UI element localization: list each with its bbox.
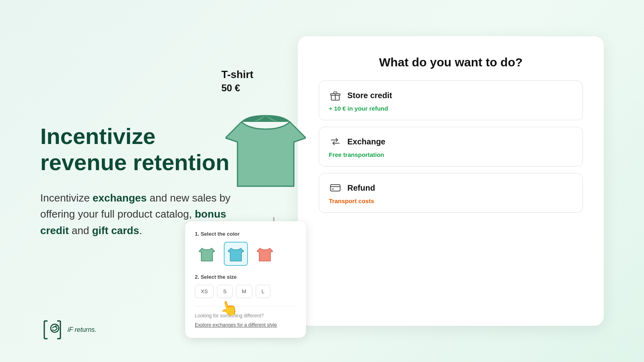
option-header-credit: Store credit — [329, 89, 573, 102]
tshirt-main — [221, 102, 310, 198]
product-name: T-shirt — [221, 68, 310, 81]
svg-rect-4 — [330, 185, 340, 191]
option-title-refund: Refund — [347, 183, 375, 193]
options-section: What do you want to do? Store credit + 1… — [319, 56, 583, 219]
size-options: XS S M L — [195, 285, 296, 298]
size-xs[interactable]: XS — [195, 285, 214, 298]
exchange-icon — [329, 135, 342, 148]
selection-popup: 1. Select the color 👆 — [185, 221, 306, 338]
main-card: T-shirt 50 € — [298, 36, 604, 326]
color-blue[interactable]: 👆 — [224, 242, 248, 266]
refund-badge: Transport costs — [329, 197, 573, 204]
size-label: 2. Select the size — [195, 274, 296, 280]
logo-icon — [40, 318, 64, 342]
product-price: 50 € — [221, 82, 310, 94]
svg-point-1 — [55, 325, 57, 327]
option-title-exchange: Exchange — [347, 137, 385, 146]
credit-card-icon — [329, 181, 342, 194]
explore-link[interactable]: Explore exchanges for a different style — [195, 322, 277, 328]
color-coral[interactable] — [253, 242, 277, 266]
color-green[interactable] — [195, 242, 219, 266]
logo-area: iF returns. — [40, 318, 97, 342]
main-title: Incentivize revenue retention — [40, 123, 233, 175]
looking-text: Looking for something different? — [195, 313, 296, 319]
color-label: 1. Select the color — [195, 231, 296, 237]
option-exchange[interactable]: Exchange Free transportation — [319, 127, 583, 167]
option-header-refund: Refund — [329, 181, 573, 194]
color-options: 👆 — [195, 242, 296, 266]
product-section: T-shirt 50 € — [221, 68, 310, 198]
option-store-credit[interactable]: Store credit + 10 € in your refund — [319, 80, 583, 120]
size-s[interactable]: S — [217, 285, 233, 298]
looking-section: Looking for something different? Explore… — [195, 306, 296, 328]
product-info: T-shirt 50 € — [221, 68, 310, 94]
option-refund[interactable]: Refund Transport costs — [319, 173, 583, 213]
size-m[interactable]: M — [236, 285, 252, 298]
options-title: What do you want to do? — [319, 56, 583, 69]
svg-rect-5 — [332, 189, 334, 189]
size-l[interactable]: L — [256, 285, 270, 298]
logo-text: iF returns. — [68, 326, 97, 333]
gift-icon — [329, 89, 342, 102]
option-title-credit: Store credit — [347, 91, 392, 100]
exchange-badge: Free transportation — [329, 151, 573, 158]
right-panel: T-shirt 50 € — [258, 20, 644, 342]
store-credit-badge: + 10 € in your refund — [329, 105, 573, 112]
option-header-exchange: Exchange — [329, 135, 573, 148]
